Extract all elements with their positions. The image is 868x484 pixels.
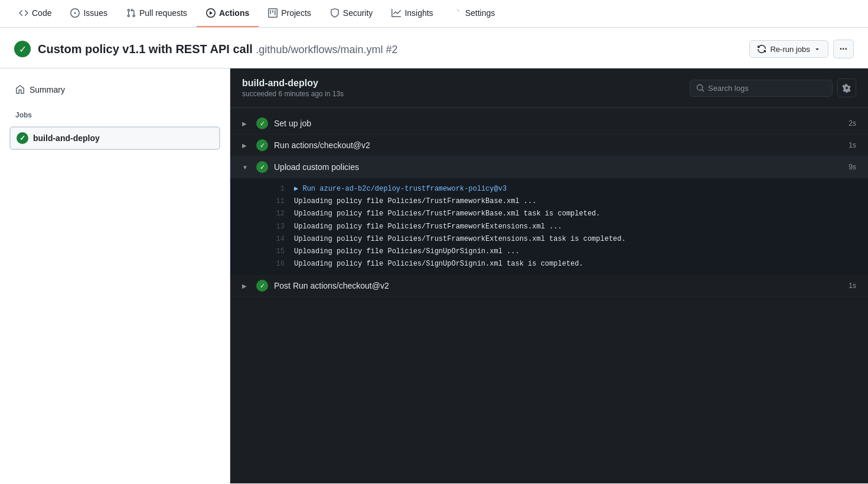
log-title: build-and-deploy (242, 78, 344, 89)
log-line-16: 16 Uploading policy file Policies/SignUp… (230, 258, 868, 270)
nav-projects[interactable]: Projects (259, 0, 321, 27)
log-line-num-16: 16 (266, 259, 285, 270)
step-time-post-checkout: 1s (849, 282, 856, 290)
page-title-path: .github/workflows/main.yml #2 (256, 44, 397, 55)
rerun-button[interactable]: Re-run jobs (749, 40, 828, 58)
step-time-checkout: 1s (849, 141, 856, 149)
shield-icon (330, 8, 340, 18)
log-line-num-12: 12 (266, 208, 285, 220)
nav-issues[interactable]: Issues (61, 0, 116, 27)
nav-projects-label: Projects (281, 8, 311, 18)
log-search (690, 79, 856, 97)
log-line-text-16: Uploading policy file Policies/SignUpOrS… (294, 259, 583, 270)
graph-icon (391, 8, 401, 18)
top-nav: Code Issues Pull requests Actions Projec… (0, 0, 868, 28)
nav-pr-label: Pull requests (139, 8, 187, 18)
nav-security[interactable]: Security (321, 0, 383, 27)
nav-pull-requests[interactable]: Pull requests (117, 0, 197, 27)
nav-settings[interactable]: Settings (443, 0, 505, 27)
step-chevron-post-checkout: ▶ (242, 283, 250, 289)
page-title: Custom policy v1.1 with REST API call .g… (38, 42, 397, 56)
nav-code-label: Code (32, 8, 51, 18)
rerun-label: Re-run jobs (770, 45, 810, 54)
step-upload[interactable]: ▼ ✓ Upload custom policies 9s (230, 156, 868, 178)
log-line-num-14: 14 (266, 234, 285, 245)
log-panel: build-and-deploy succeeded 6 minutes ago… (230, 68, 868, 483)
nav-security-label: Security (343, 8, 373, 18)
search-input[interactable] (708, 84, 826, 93)
log-line-num-11: 11 (266, 196, 285, 207)
log-line-14: 14 Uploading policy file Policies/TrustF… (230, 233, 868, 246)
step-chevron-setup: ▶ (242, 120, 250, 127)
step-check-checkout: ✓ (256, 139, 268, 151)
rerun-icon (757, 44, 766, 54)
step-check-setup: ✓ (256, 117, 268, 129)
search-input-wrap (690, 80, 833, 97)
log-header: build-and-deploy succeeded 6 minutes ago… (230, 68, 868, 108)
log-line-text-14: Uploading policy file Policies/TrustFram… (294, 234, 626, 245)
nav-code[interactable]: Code (9, 0, 61, 27)
project-icon (268, 8, 278, 18)
sidebar-summary-label: Summary (30, 85, 65, 94)
step-name-post-checkout: Post Run actions/checkout@v2 (274, 281, 843, 290)
step-check-upload: ✓ (256, 161, 268, 173)
log-line-12: 12 Uploading policy file Policies/TrustF… (230, 208, 868, 220)
play-icon (206, 8, 216, 18)
log-line-text-11: Uploading policy file Policies/TrustFram… (294, 196, 536, 207)
header-right: Re-run jobs ··· (749, 40, 854, 58)
step-check-post-checkout: ✓ (256, 280, 268, 292)
log-line-text-13: Uploading policy file Policies/TrustFram… (294, 221, 562, 233)
log-line-num-13: 13 (266, 221, 285, 233)
step-time-setup: 2s (849, 119, 856, 127)
step-chevron-checkout: ▶ (242, 142, 250, 149)
sidebar-job-name: build-and-deploy (33, 133, 100, 143)
log-line-text-12: Uploading policy file Policies/TrustFram… (294, 208, 600, 220)
pr-icon (126, 8, 136, 18)
settings-icon (842, 83, 851, 93)
step-setup[interactable]: ▶ ✓ Set up job 2s (230, 113, 868, 135)
sidebar-jobs-label: Jobs (9, 109, 220, 122)
log-line-num-15: 15 (266, 246, 285, 257)
log-settings-button[interactable] (837, 79, 856, 97)
log-line-1: 1 ▶ Run azure-ad-b2c/deploy-trustframewo… (230, 183, 868, 195)
workflow-success-icon: ✓ (14, 41, 31, 57)
code-icon (19, 8, 28, 18)
step-chevron-upload: ▼ (242, 164, 250, 171)
nav-insights[interactable]: Insights (382, 0, 442, 27)
issue-icon (70, 8, 80, 18)
step-post-checkout[interactable]: ▶ ✓ Post Run actions/checkout@v2 1s (230, 275, 868, 297)
more-button[interactable]: ··· (833, 40, 854, 58)
nav-insights-label: Insights (404, 8, 433, 18)
step-name-upload: Upload custom policies (274, 162, 843, 172)
log-line-11: 11 Uploading policy file Policies/TrustF… (230, 195, 868, 208)
log-lines-upload: 1 ▶ Run azure-ad-b2c/deploy-trustframewo… (230, 178, 868, 275)
header-left: ✓ Custom policy v1.1 with REST API call … (14, 41, 397, 57)
page-header: ✓ Custom policy v1.1 with REST API call … (0, 28, 868, 68)
step-name-checkout: Run actions/checkout@v2 (274, 140, 843, 150)
more-icon: ··· (840, 44, 847, 54)
log-line-text-15: Uploading policy file Policies/SignUpOrS… (294, 246, 520, 257)
home-icon (15, 85, 25, 94)
step-name-setup: Set up job (274, 119, 843, 128)
nav-actions-label: Actions (219, 8, 249, 18)
main-layout: Summary Jobs ✓ build-and-deploy build-an… (0, 68, 868, 483)
log-line-num-1: 1 (266, 184, 285, 195)
log-line-13: 13 Uploading policy file Policies/TrustF… (230, 221, 868, 233)
sidebar: Summary Jobs ✓ build-and-deploy (0, 68, 230, 483)
log-header-info: build-and-deploy succeeded 6 minutes ago… (242, 78, 344, 98)
step-time-upload: 9s (849, 163, 856, 171)
dropdown-icon (814, 45, 821, 53)
sidebar-job-build-and-deploy[interactable]: ✓ build-and-deploy (9, 126, 220, 150)
job-success-icon: ✓ (17, 132, 28, 144)
log-line-15: 15 Uploading policy file Policies/SignUp… (230, 246, 868, 258)
nav-settings-label: Settings (465, 8, 495, 18)
search-icon (696, 84, 704, 92)
nav-issues-label: Issues (83, 8, 107, 18)
sidebar-summary[interactable]: Summary (9, 80, 220, 99)
gear-icon (452, 8, 462, 18)
nav-actions[interactable]: Actions (197, 0, 259, 27)
step-checkout[interactable]: ▶ ✓ Run actions/checkout@v2 1s (230, 135, 868, 156)
log-steps: ▶ ✓ Set up job 2s ▶ ✓ Run actions/checko… (230, 108, 868, 483)
log-subtitle: succeeded 6 minutes ago in 13s (242, 90, 344, 98)
log-line-text-1: ▶ Run azure-ad-b2c/deploy-trustframework… (294, 184, 507, 195)
